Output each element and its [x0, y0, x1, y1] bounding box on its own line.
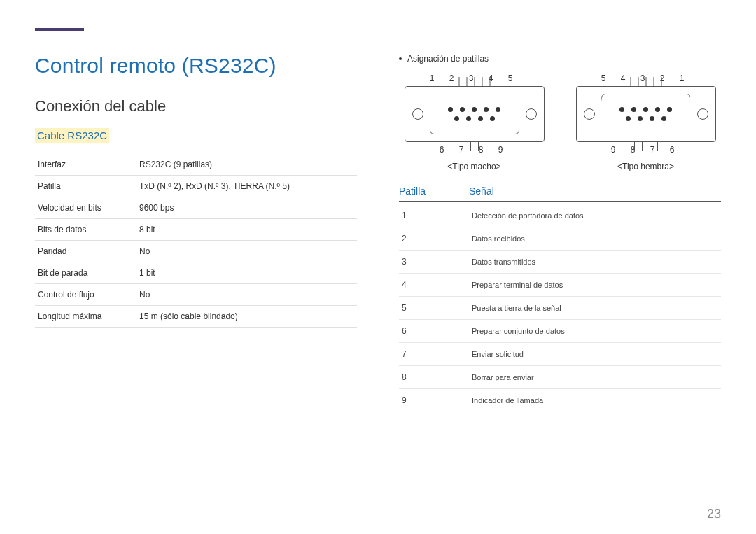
header-rule — [35, 34, 721, 34]
signal-table-header: Patilla Señal — [399, 185, 721, 202]
signal-pin: 5 — [399, 297, 469, 320]
screw-hole-icon — [584, 108, 595, 120]
signal-name: Enviar solicitud — [469, 343, 721, 366]
screw-hole-icon — [412, 108, 424, 120]
right-column: Asignación de patillas 1 2 3 4 5 — [399, 54, 721, 412]
signal-row: 2Datos recibidos — [399, 227, 721, 251]
spec-value: No — [136, 284, 357, 306]
pin-lead-lines — [634, 141, 658, 151]
signal-name: Preparar terminal de datos — [469, 274, 721, 297]
pin-lead-lines — [630, 77, 662, 87]
male-connector-body — [405, 86, 545, 142]
spec-value: 8 bit — [136, 219, 357, 241]
male-caption: <Tipo macho> — [399, 162, 550, 171]
connector-diagrams: 1 2 3 4 5 — [399, 71, 721, 171]
screw-hole-icon — [697, 108, 708, 120]
signal-table: 1Detección de portadora de datos2Datos r… — [399, 204, 721, 412]
spec-row: ParidadNo — [35, 241, 357, 262]
signal-pin: 7 — [399, 343, 469, 366]
signal-row: 9Indicador de llamada — [399, 389, 721, 412]
spec-row: Bit de parada1 bit — [35, 262, 357, 284]
spec-row: Longitud máxima15 m (sólo cable blindado… — [35, 306, 357, 328]
female-connector-diagram: 5 4 3 2 1 — [570, 71, 721, 171]
page-title: Control remoto (RS232C) — [35, 54, 357, 78]
pin-lead-lines — [463, 141, 486, 151]
spec-table: InterfazRS232C (9 patillas)PatillaTxD (N… — [35, 154, 357, 328]
spec-label: Velocidad en bits — [35, 197, 136, 219]
signal-pin: 1 — [399, 204, 469, 227]
signal-row: 7Enviar solicitud — [399, 343, 721, 366]
signal-row: 8Borrar para enviar — [399, 366, 721, 389]
connector-shell-icon — [601, 94, 691, 134]
spec-value: 9600 bps — [136, 197, 357, 219]
spec-label: Longitud máxima — [35, 306, 136, 328]
signal-row: 4Preparar terminal de datos — [399, 274, 721, 297]
signal-name: Detección de portadora de datos — [469, 204, 721, 227]
spec-label: Bits de datos — [35, 219, 136, 241]
spec-value: No — [136, 241, 357, 262]
screw-hole-icon — [526, 108, 537, 120]
signal-pin: 9 — [399, 389, 469, 412]
spec-label: Control de flujo — [35, 284, 136, 306]
section-heading: Conexión del cable — [35, 97, 357, 115]
pin-row-top — [620, 107, 672, 112]
bullet-dot-icon — [399, 57, 402, 60]
male-connector-diagram: 1 2 3 4 5 — [399, 71, 550, 171]
spec-value: 15 m (sólo cable blindado) — [136, 306, 357, 328]
signal-row: 3Datos transmitidos — [399, 251, 721, 274]
signal-pin: 8 — [399, 366, 469, 389]
signal-pin: 4 — [399, 274, 469, 297]
left-column: Control remoto (RS232C) Conexión del cab… — [35, 54, 357, 412]
spec-label: Patilla — [35, 176, 136, 197]
pin-assignment-label: Asignación de patillas — [407, 54, 489, 64]
spec-value: RS232C (9 patillas) — [136, 154, 357, 176]
female-caption: <Tipo hembra> — [570, 162, 721, 171]
spec-row: Velocidad en bits9600 bps — [35, 197, 357, 219]
pin-row-bottom — [626, 116, 666, 121]
signal-header-pin: Patilla — [399, 185, 469, 197]
female-connector-body — [576, 86, 716, 142]
spec-row: PatillaTxD (N.º 2), RxD (N.º 3), TIERRA … — [35, 176, 357, 197]
signal-pin: 2 — [399, 227, 469, 251]
signal-name: Borrar para enviar — [469, 366, 721, 389]
signal-header-signal: Señal — [469, 185, 494, 197]
spec-label: Paridad — [35, 241, 136, 262]
signal-name: Datos transmitidos — [469, 251, 721, 274]
signal-row: 1Detección de portadora de datos — [399, 204, 721, 227]
pin-row-bottom — [454, 116, 495, 121]
pin-lead-lines — [458, 77, 490, 87]
connector-shell-icon — [430, 94, 519, 134]
page-number: 23 — [707, 507, 721, 521]
spec-value: TxD (N.º 2), RxD (N.º 3), TIERRA (N.º 5) — [136, 176, 357, 197]
signal-pin: 3 — [399, 251, 469, 274]
spec-row: Control de flujoNo — [35, 284, 357, 306]
pin-assignment-bullet: Asignación de patillas — [399, 54, 721, 64]
signal-row: 6Preparar conjunto de datos — [399, 320, 721, 343]
spec-row: Bits de datos8 bit — [35, 219, 357, 241]
signal-row: 5Puesta a tierra de la señal — [399, 297, 721, 320]
main-columns: Control remoto (RS232C) Conexión del cab… — [35, 54, 721, 412]
sub-heading: Cable RS232C — [35, 128, 109, 143]
spec-label: Bit de parada — [35, 262, 136, 284]
signal-name: Datos recibidos — [469, 227, 721, 251]
signal-name: Puesta a tierra de la señal — [469, 297, 721, 320]
spec-label: Interfaz — [35, 154, 136, 176]
signal-name: Preparar conjunto de datos — [469, 320, 721, 343]
header-accent-bar — [35, 28, 84, 31]
spec-row: InterfazRS232C (9 patillas) — [35, 154, 357, 176]
spec-value: 1 bit — [136, 262, 357, 284]
pin-row-top — [448, 107, 500, 112]
signal-name: Indicador de llamada — [469, 389, 721, 412]
signal-pin: 6 — [399, 320, 469, 343]
